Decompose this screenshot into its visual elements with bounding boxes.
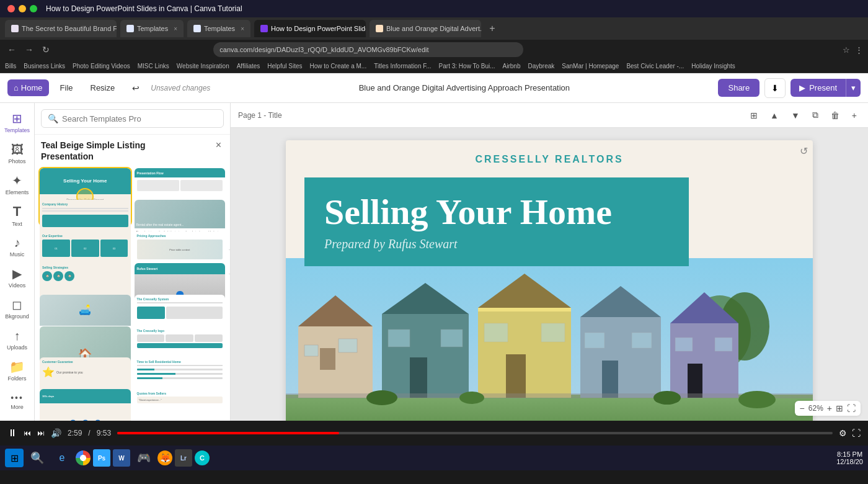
template-thumb-15[interactable]: 100+ days 👤 👤 👤 [40,389,131,421]
slide-1-canvas[interactable]: ↺ CRESSELLY REALTORS Selling Your Home P… [286,140,813,421]
slide-hero-box: Selling Your Home Prepared by Rufus Stew… [304,177,689,266]
panel-header: Teal Beige Simple Listing Presentation × [35,135,230,164]
bookmark-titles-info[interactable]: Titles Information F... [374,63,431,69]
bookmark-photo-editing[interactable]: Photo Editing Videos [73,63,130,69]
bookmark-holiday[interactable]: Holiday Insights [691,63,735,69]
canvas-scroll-area[interactable]: ↺ CRESSELLY REALTORS Selling Your Home P… [231,128,868,421]
taskbar-clock: 8:15 PM 12/18/20 [836,450,863,465]
fullscreen-button[interactable]: ⛶ [847,403,856,413]
bookmark-best-civic[interactable]: Best Civic Leader -... [626,63,684,69]
home-menu-button[interactable]: ⌂ Home [7,79,49,96]
bookmark-helpful-sites[interactable]: Helpful Sites [267,63,302,69]
search-box[interactable]: 🔍 [41,109,224,128]
address-box[interactable]: canva.com/design/DADuzI3_rQQ/D_kIddUD_AV… [213,42,523,57]
file-menu-button[interactable]: File [54,79,79,96]
browser-tab-2[interactable]: Templates × [120,20,184,37]
share-button[interactable]: Share [718,79,760,97]
bookmark-website-inspiration[interactable]: Website Inspiration [177,63,229,69]
sidebar-item-elements[interactable]: ✦ Elements [2,170,32,199]
svg-rect-24 [632,333,652,348]
close-window-btn[interactable] [7,5,15,12]
minimize-window-btn[interactable] [19,5,26,12]
zoom-out-button[interactable]: − [800,403,805,413]
total-time: 9:53 [97,429,111,437]
next-button[interactable]: ⏭ [37,429,45,437]
tab-2-close[interactable]: × [174,25,177,32]
bookmark-airbnb[interactable]: Airbnb [503,63,521,69]
svg-rect-27 [688,364,702,398]
sidebar-item-uploads[interactable]: ↑ Uploads [2,325,32,354]
present-play-icon: ▶ [799,83,805,92]
search-input[interactable] [62,114,217,123]
delete-page-button[interactable]: 🗑 [827,108,843,123]
taskbar-item-search[interactable]: 🔍 [26,447,48,469]
svg-rect-22 [602,361,618,398]
video-progress-track[interactable] [117,432,833,434]
window-controls[interactable] [7,5,37,12]
taskbar-item-firefox[interactable]: 🦊 [157,450,172,465]
panel-close-button[interactable]: × [213,140,224,151]
add-page-button[interactable]: ⊞ [746,108,761,123]
new-tab-button[interactable]: + [485,21,500,36]
sidebar-item-music[interactable]: ♪ Music [2,232,32,261]
tab-3-close[interactable]: × [241,25,244,32]
present-dropdown-button[interactable]: ▾ [846,79,861,97]
bookmark-bills[interactable]: Bills [5,63,16,69]
browser-tab-4-active[interactable]: How to Design PowerPoint Slides in Canva… [254,20,366,37]
svg-rect-11 [410,357,427,398]
svg-rect-13 [441,329,463,347]
taskbar-item-canva[interactable]: C [195,450,210,465]
resize-menu-button[interactable]: Resize [84,79,122,96]
template-thumb-16[interactable]: Quotes from Sellers "Great experience...… [135,389,226,421]
bookmark-how-to-create[interactable]: How to Create a M... [309,63,366,69]
prev-button[interactable]: ⏮ [24,429,31,437]
add-element-button[interactable]: + [848,108,861,123]
taskbar-item-lr[interactable]: Lr [175,449,192,467]
sidebar-item-folders[interactable]: 📁 Folders [2,356,32,385]
bookmark-affiliates[interactable]: Affiliates [237,63,260,69]
taskbar-item-ps[interactable]: Ps [93,449,110,467]
maximize-window-btn[interactable] [30,5,37,12]
browser-menu-icon[interactable]: ⋮ [855,45,863,55]
taskbar-item-word[interactable]: W [113,449,130,467]
copy-page-button[interactable]: ⧉ [808,107,822,123]
download-button[interactable]: ⬇ [764,78,786,98]
bookmark-daybreak[interactable]: Daybreak [528,63,554,69]
zoom-in-button[interactable]: + [827,403,832,413]
bookmark-business-links[interactable]: Business Links [24,63,65,69]
start-button[interactable]: ⊞ [5,449,24,467]
video-settings-button[interactable]: ⚙ [839,428,847,438]
bookmark-misc-links[interactable]: MISC Links [138,63,169,69]
bookmark-part3[interactable]: Part 3: How To Bui... [439,63,495,69]
taskbar-item-chrome[interactable] [76,450,91,465]
taskbar-item-steam[interactable]: 🎮 [133,447,155,469]
sidebar-item-text[interactable]: T Text [2,201,32,230]
volume-button[interactable]: 🔊 [51,428,61,438]
forward-button[interactable]: → [22,43,36,56]
browser-tab-1[interactable]: The Secret to Beautiful Brand Fr... × [5,20,117,37]
undo-button[interactable]: ↩ [126,79,146,97]
taskbar-date-display: 12/18/20 [836,458,863,465]
bookmark-star-icon[interactable]: ☆ [843,45,850,55]
sidebar-item-templates[interactable]: ⊞ Templates [2,108,32,137]
back-button[interactable]: ← [5,43,19,56]
music-icon: ♪ [14,236,20,250]
arrow-down-button[interactable]: ▼ [787,108,804,123]
slide-content: CRESSELLY REALTORS Selling Your Home Pre… [286,140,813,421]
bookmark-sanmar[interactable]: SanMar | Homepage [562,63,619,69]
sidebar-item-videos[interactable]: ▶ Videos [2,263,32,292]
grid-view-button[interactable]: ⊞ [836,403,843,413]
present-button[interactable]: ▶ Present [790,79,846,97]
canvas-toolbar: Page 1 - Title ⊞ ▲ ▼ ⧉ 🗑 + [231,103,868,128]
taskbar-item-edge[interactable]: e [51,447,73,469]
play-pause-button[interactable]: ⏸ [7,428,17,439]
sidebar-item-background[interactable]: ◻ Bkground [2,294,32,323]
reload-button[interactable]: ↻ [40,43,52,56]
svg-rect-7 [339,339,357,352]
browser-tab-3[interactable]: Templates × [187,20,250,37]
arrow-up-button[interactable]: ▲ [766,108,782,123]
sidebar-item-more[interactable]: ••• More [2,387,32,416]
browser-tab-5[interactable]: Blue and Orange Digital Advert... × [370,20,481,37]
sidebar-item-photos[interactable]: 🖼 Photos [2,139,32,168]
video-fullscreen-button[interactable]: ⛶ [852,428,861,438]
